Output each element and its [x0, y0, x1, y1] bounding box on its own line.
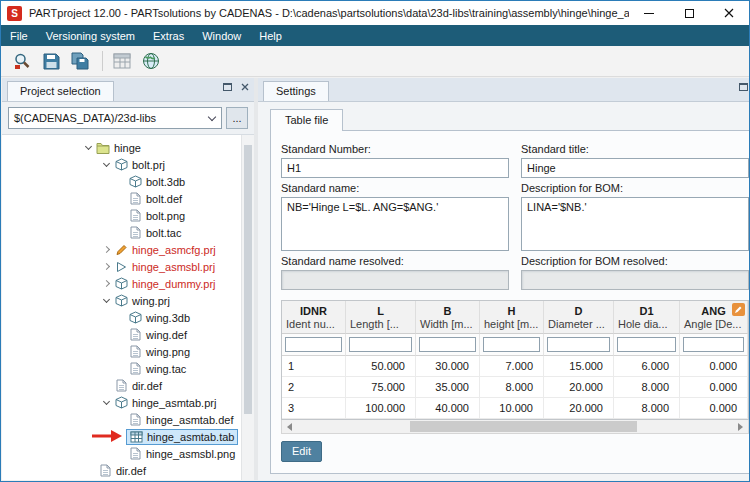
column-header-ang[interactable]: ANG: [680, 301, 748, 318]
cell[interactable]: 75.000: [346, 377, 416, 398]
expander-icon[interactable]: [82, 146, 94, 149]
maximize-icon[interactable]: [669, 1, 709, 25]
float-panel-icon[interactable]: [223, 83, 232, 91]
edit-button[interactable]: Edit: [281, 441, 322, 462]
cell-idnr[interactable]: 1: [282, 356, 346, 377]
tree-item-wing-png[interactable]: wing.png: [2, 343, 241, 360]
filter-input[interactable]: [285, 337, 342, 352]
close-icon[interactable]: [709, 1, 749, 25]
tree-item-wing-3db[interactable]: wing.3db: [2, 309, 241, 326]
filter-input[interactable]: [483, 337, 540, 352]
float-panel-icon[interactable]: [739, 83, 748, 91]
expander-icon[interactable]: [100, 264, 112, 269]
table-preview-icon[interactable]: [109, 48, 135, 74]
cell[interactable]: 8.000: [480, 377, 544, 398]
tree-item-hinge-asmsbl-prj[interactable]: hinge_asmsbl.prj: [2, 258, 241, 275]
search-project-icon[interactable]: [9, 48, 35, 74]
column-header-h[interactable]: H: [480, 301, 544, 318]
cell-idnr[interactable]: 2: [282, 377, 346, 398]
tree-item-hinge-asmtab-prj[interactable]: hinge_asmtab.prj: [2, 394, 241, 411]
save-icon[interactable]: [38, 48, 64, 74]
scroll-right-icon[interactable]: [733, 420, 748, 433]
tree-item-hinge-asmtab-def[interactable]: hinge_asmtab.def: [2, 411, 241, 428]
expander-icon[interactable]: [100, 247, 112, 252]
table-horizontal-scrollbar[interactable]: [281, 420, 749, 434]
standard-title-field[interactable]: Hinge: [521, 158, 749, 178]
minimize-icon[interactable]: [629, 1, 669, 25]
filter-input[interactable]: [617, 337, 676, 352]
tree-item-dir-def[interactable]: dir.def: [2, 377, 241, 394]
cell[interactable]: 10.000: [480, 398, 544, 419]
bom-field[interactable]: LINA='$NB.': [521, 197, 749, 251]
column-header-d1[interactable]: D1: [614, 301, 680, 318]
tree-item-bolt-3db[interactable]: bolt.3db: [2, 173, 241, 190]
menu-help[interactable]: Help: [250, 25, 291, 46]
standard-number-field[interactable]: H1: [281, 158, 509, 178]
tree-item-dir-def-2[interactable]: dir.def: [2, 462, 241, 479]
cell[interactable]: 40.000: [416, 398, 480, 419]
save-copy-icon[interactable]: [67, 48, 93, 74]
cell[interactable]: 0.000: [680, 356, 748, 377]
cell[interactable]: 35.000: [416, 377, 480, 398]
filter-input[interactable]: [683, 337, 744, 352]
menu-extras[interactable]: Extras: [144, 25, 193, 46]
standard-name-value: NB='Hinge L=$L. ANG=$ANG.': [287, 201, 438, 213]
tree-item-bolt-prj[interactable]: bolt.prj: [2, 156, 241, 173]
cell[interactable]: 6.000: [614, 356, 680, 377]
filter-input[interactable]: [547, 337, 610, 352]
column-header-b[interactable]: B: [416, 301, 480, 318]
scroll-left-icon[interactable]: [282, 420, 297, 433]
tree-item-bolt-png[interactable]: bolt.png: [2, 207, 241, 224]
expander-icon[interactable]: [100, 281, 112, 286]
standard-name-field[interactable]: NB='Hinge L=$L. ANG=$ANG.': [281, 197, 509, 251]
project-path-combobox[interactable]: $(CADENAS_DATA)/23d-libs: [8, 107, 222, 129]
cell[interactable]: 30.000: [416, 356, 480, 377]
tree-item-wing-def[interactable]: wing.def: [2, 326, 241, 343]
filter-input[interactable]: [419, 337, 476, 352]
tree-item-label: hinge_asmsbl.prj: [132, 261, 215, 273]
column-header-idnr[interactable]: IDNR: [282, 301, 346, 318]
expander-icon[interactable]: [100, 299, 112, 302]
cell[interactable]: 20.000: [544, 377, 614, 398]
column-header-l[interactable]: L: [346, 301, 416, 318]
filter-input[interactable]: [349, 337, 412, 352]
edit-pencil-icon[interactable]: [732, 303, 745, 316]
cell[interactable]: 7.000: [480, 356, 544, 377]
menu-file[interactable]: File: [1, 25, 37, 46]
scrollbar-thumb[interactable]: [244, 145, 252, 414]
cell[interactable]: 8.000: [614, 398, 680, 419]
cell[interactable]: 20.000: [544, 398, 614, 419]
cell[interactable]: 15.000: [544, 356, 614, 377]
table-row: 2 75.000 35.000 8.000 20.000 8.000 0.000: [282, 377, 748, 398]
tab-table-file[interactable]: Table file: [270, 109, 343, 131]
cell-idnr[interactable]: 3: [282, 398, 346, 419]
expander-icon[interactable]: [100, 401, 112, 404]
tree-item-wing-prj[interactable]: wing.prj: [2, 292, 241, 309]
tree-item-label: dir.def: [132, 380, 162, 392]
tree-item-hinge-asmsbl-png[interactable]: hinge_asmsbl.png: [2, 445, 241, 462]
scrollbar-thumb[interactable]: [410, 421, 637, 432]
tree-item-wing-tac[interactable]: wing.tac: [2, 360, 241, 377]
browse-button[interactable]: ...: [226, 107, 248, 129]
standard-name-label: Standard name:: [281, 178, 509, 197]
tab-settings[interactable]: Settings: [263, 81, 329, 101]
tree-item-bolt-tac[interactable]: bolt.tac: [2, 224, 241, 241]
cell[interactable]: 0.000: [680, 398, 748, 419]
chevron-down-icon[interactable]: [203, 108, 221, 128]
column-header-d[interactable]: D: [544, 301, 614, 318]
cell[interactable]: 100.000: [346, 398, 416, 419]
cell[interactable]: 50.000: [346, 356, 416, 377]
tree-item-bolt-def[interactable]: bolt.def: [2, 190, 241, 207]
menu-window[interactable]: Window: [193, 25, 250, 46]
tree-item-hinge[interactable]: hinge: [2, 139, 241, 156]
menu-versioning-system[interactable]: Versioning system: [37, 25, 144, 46]
close-panel-icon[interactable]: [241, 83, 249, 91]
tree-item-hinge-dummy-prj[interactable]: hinge_dummy.prj: [2, 275, 241, 292]
tree-vertical-scrollbar[interactable]: [241, 135, 254, 480]
cell[interactable]: 8.000: [614, 377, 680, 398]
expander-icon[interactable]: [100, 163, 112, 166]
tab-project-selection[interactable]: Project selection: [7, 81, 114, 101]
tree-item-hinge-asmcfg-prj[interactable]: hinge_asmcfg.prj: [2, 241, 241, 258]
globe-icon[interactable]: [138, 48, 164, 74]
cell[interactable]: 0.000: [680, 377, 748, 398]
